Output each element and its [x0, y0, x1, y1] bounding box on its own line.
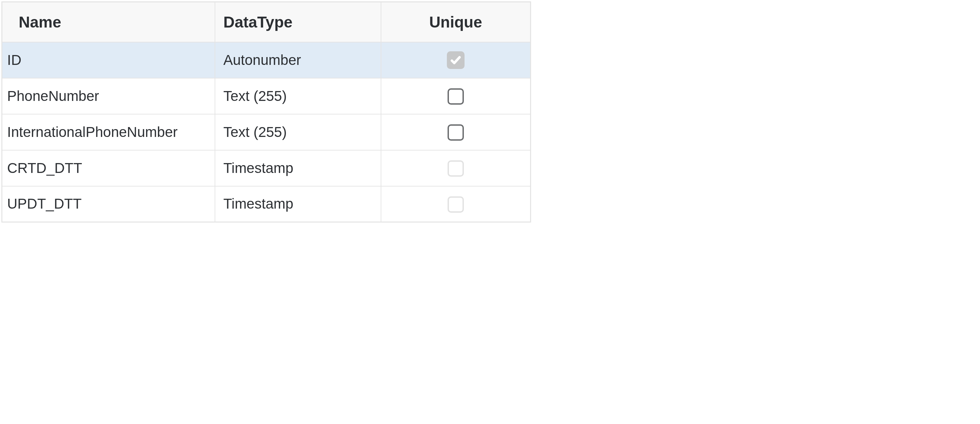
column-header-unique[interactable]: Unique — [381, 2, 531, 42]
field-datatype-label: Text (255) — [223, 88, 287, 104]
table-row[interactable]: PhoneNumberText (255) — [2, 78, 531, 114]
unique-checkbox — [447, 196, 464, 213]
cell-datatype[interactable]: Timestamp — [215, 150, 381, 186]
table-header-row: Name DataType Unique — [2, 2, 531, 42]
field-name-label: ID — [7, 52, 21, 68]
cell-name[interactable]: CRTD_DTT — [2, 150, 215, 186]
cell-datatype[interactable]: Timestamp — [215, 186, 381, 222]
field-name-label: UPDT_DTT — [7, 196, 81, 212]
cell-name[interactable]: InternationalPhoneNumber — [2, 114, 215, 150]
field-datatype-label: Autonumber — [223, 52, 301, 68]
unique-checkbox[interactable] — [447, 124, 464, 141]
table-row[interactable]: InternationalPhoneNumberText (255) — [2, 114, 531, 150]
column-header-datatype[interactable]: DataType — [215, 2, 381, 42]
table-row[interactable]: IDAutonumber — [2, 42, 531, 78]
cell-unique — [381, 42, 531, 78]
column-header-name[interactable]: Name — [2, 2, 215, 42]
field-datatype-label: Timestamp — [223, 160, 293, 176]
unique-checkbox[interactable] — [447, 88, 464, 105]
unique-checkbox — [447, 160, 464, 177]
cell-name[interactable]: UPDT_DTT — [2, 186, 215, 222]
cell-datatype[interactable]: Autonumber — [215, 42, 381, 78]
cell-name[interactable]: ID — [2, 42, 215, 78]
field-name-label: InternationalPhoneNumber — [7, 124, 178, 140]
unique-checkbox — [447, 51, 465, 69]
table-row[interactable]: UPDT_DTTTimestamp — [2, 186, 531, 222]
cell-datatype[interactable]: Text (255) — [215, 78, 381, 114]
field-datatype-label: Timestamp — [223, 196, 293, 212]
cell-unique — [381, 114, 531, 150]
cell-unique — [381, 78, 531, 114]
check-icon — [450, 54, 461, 66]
cell-name[interactable]: PhoneNumber — [2, 78, 215, 114]
field-name-label: CRTD_DTT — [7, 160, 82, 176]
cell-unique — [381, 186, 531, 222]
field-datatype-label: Text (255) — [223, 124, 287, 140]
cell-datatype[interactable]: Text (255) — [215, 114, 381, 150]
fields-table: Name DataType Unique IDAutonumberPhoneNu… — [2, 2, 531, 223]
field-name-label: PhoneNumber — [7, 88, 99, 104]
cell-unique — [381, 150, 531, 186]
table-row[interactable]: CRTD_DTTTimestamp — [2, 150, 531, 186]
